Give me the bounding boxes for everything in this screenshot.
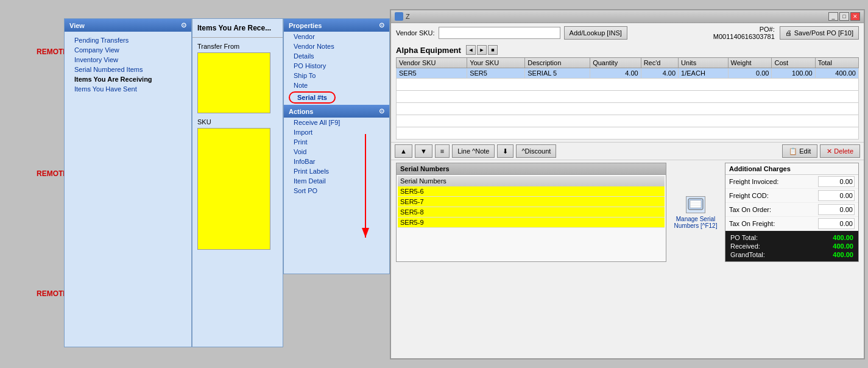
col-description: Description <box>525 58 590 68</box>
prop-po-history[interactable]: PO History <box>284 61 389 71</box>
prop-ship-to[interactable]: Ship To <box>284 71 389 80</box>
col-recvd: Rec'd <box>641 58 678 68</box>
tax-on-order-label: Tax On Order: <box>729 206 771 213</box>
received-value: 400.00 <box>833 242 853 250</box>
titlebar-title: Z <box>406 13 410 20</box>
actions-label: Actions <box>289 108 313 115</box>
prop-vendor-notes[interactable]: Vendor Notes <box>284 41 389 51</box>
nav-prev-button[interactable]: ◄ <box>466 45 476 55</box>
tax-on-freight-input[interactable] <box>818 218 855 229</box>
properties-panel: Properties ⊙ Vendor Vendor Notes Details… <box>283 18 390 274</box>
action-print[interactable]: Print <box>284 137 389 147</box>
col-quantity: Quantity <box>590 58 641 68</box>
actions-collapse-icon[interactable]: ⊙ <box>379 107 384 115</box>
serial-numbers-list: Serial Numbers SER5-6 SER5-7 SER5-8 SER5… <box>397 175 666 229</box>
col-cost: Cost <box>772 58 815 68</box>
discount-button[interactable]: ^Discount <box>516 144 556 158</box>
separator-btn[interactable]: ≡ <box>435 144 450 158</box>
properties-header: Properties ⊙ <box>284 19 389 32</box>
tax-on-order-row: Tax On Order: <box>725 203 858 217</box>
serial-item-2[interactable]: SER5-7 <box>398 197 665 207</box>
action-sort-po[interactable]: Sort PO <box>284 186 389 196</box>
view-collapse-icon[interactable]: ⊙ <box>181 21 186 29</box>
remote-label-2: REMOTE <box>37 169 68 178</box>
move-up-button[interactable]: ▲ <box>395 144 412 158</box>
bottom-section: Serial Numbers Serial Numbers SER5-6 SER… <box>391 160 864 264</box>
sku-box <box>197 128 270 250</box>
action-print-labels[interactable]: Print Labels <box>284 166 389 176</box>
move-down-button[interactable]: ▼ <box>415 144 432 158</box>
manage-serial-label[interactable]: Manage Serial Numbers [^F12] <box>674 216 718 229</box>
serial-item-1[interactable]: SER5-6 <box>398 186 665 197</box>
main-titlebar: Z _ □ ✕ <box>391 10 864 23</box>
items-table: Vendor SKU Your SKU Description Quantity… <box>396 57 859 140</box>
grand-total-value: 400.00 <box>833 251 853 258</box>
prop-note[interactable]: Note <box>284 80 389 90</box>
freight-cod-input[interactable] <box>818 190 855 201</box>
properties-nav: Vendor Vendor Notes Details PO History S… <box>284 32 389 105</box>
prop-details[interactable]: Details <box>284 51 389 61</box>
nav-pending-transfers[interactable]: Pending Transfers <box>65 35 191 45</box>
action-void[interactable]: Void <box>284 147 389 157</box>
nav-inventory-view[interactable]: Inventory View <box>65 55 191 65</box>
remote-label-1: REMOTE <box>37 48 68 56</box>
action-infobar[interactable]: InfoBar <box>284 157 389 166</box>
nav-serial-numbered-items[interactable]: Serial Numbered Items <box>65 65 191 74</box>
edit-icon: 📋 <box>789 147 797 155</box>
action-import[interactable]: Import <box>284 127 389 137</box>
table-row-empty-2 <box>397 91 859 103</box>
tax-on-freight-label: Tax On Freight: <box>729 220 775 227</box>
transfer-from-label: Transfer From <box>197 43 278 50</box>
prop-vendor[interactable]: Vendor <box>284 32 389 41</box>
maximize-button[interactable]: □ <box>839 12 849 21</box>
nav-items-receiving[interactable]: Items You Are Receiving <box>65 74 191 84</box>
actions-nav: Receive All [F9] Import Print Void InfoB… <box>284 118 389 196</box>
minimize-button[interactable]: _ <box>828 12 838 21</box>
delete-button[interactable]: ✕ Delete <box>820 144 860 158</box>
nav-company-view[interactable]: Company View <box>65 45 191 55</box>
serial-item-4[interactable]: SER5-9 <box>398 218 665 228</box>
tax-on-order-input[interactable] <box>818 204 855 215</box>
table-row-empty-1 <box>397 79 859 91</box>
cell-quantity: 4.00 <box>590 68 641 79</box>
manage-serial-area: Manage Serial Numbers [^F12] <box>671 163 720 262</box>
col-your-sku: Your SKU <box>467 58 525 68</box>
freight-invoiced-row: Freight Invoiced: <box>725 175 858 189</box>
serial-number-header: Serial Numbers <box>398 176 665 186</box>
edit-button[interactable]: 📋 Edit <box>782 144 817 158</box>
delete-label: Delete <box>834 147 853 155</box>
prop-serial-its[interactable]: Serial #ts <box>289 91 336 104</box>
table-row-empty-3 <box>397 103 859 115</box>
nav-next-button[interactable]: ► <box>477 45 487 55</box>
freight-cod-row: Freight COD: <box>725 189 858 203</box>
bottom-toolbar: ▲ ▼ ≡ Line ^Note ⬇ ^Discount 📋 Edit ✕ De… <box>391 142 864 160</box>
actions-header: Actions ⊙ <box>284 105 389 118</box>
vendor-sku-input[interactable] <box>439 27 560 39</box>
sku-label: SKU <box>197 118 278 126</box>
save-post-button[interactable]: 🖨 Save/Post PO [F10] <box>780 26 859 40</box>
po-total-label: PO Total: <box>730 234 758 241</box>
action-receive-all[interactable]: Receive All [F9] <box>284 118 389 127</box>
table-area: Alpha Equipment ◄ ► ■ Vendor SKU Your SK… <box>391 43 864 142</box>
nav-items-sent[interactable]: Items You Have Sent <box>65 84 191 94</box>
table-row[interactable]: SER5 SER5 SERIAL 5 4.00 4.00 1/EACH 0.00… <box>397 68 859 79</box>
download-btn[interactable]: ⬇ <box>497 144 513 158</box>
manage-serial-icon[interactable] <box>686 196 705 213</box>
col-weight: Weight <box>728 58 772 68</box>
line-note-button[interactable]: Line ^Note <box>452 144 495 158</box>
properties-label: Properties <box>289 22 322 29</box>
save-post-label: Save/Post PO [F10] <box>794 29 853 37</box>
add-lookup-button[interactable]: Add/Lookup [INS] <box>564 26 627 40</box>
received-label: Received: <box>730 242 760 250</box>
serial-item-3[interactable]: SER5-8 <box>398 207 665 218</box>
remote-label-3: REMOTE <box>37 289 68 298</box>
vendor-sku-bar: Vendor SKU: Add/Lookup [INS] PO#: M00114… <box>391 23 864 43</box>
properties-collapse-icon[interactable]: ⊙ <box>379 21 384 29</box>
freight-invoiced-input[interactable] <box>818 176 855 187</box>
main-panel: Z _ □ ✕ Vendor SKU: Add/Lookup [INS] PO#… <box>390 9 865 359</box>
po-totals-area: PO Total: 400.00 Received: 400.00 GrandT… <box>725 231 858 261</box>
close-button[interactable]: ✕ <box>850 12 860 21</box>
cell-vendor-sku: SER5 <box>397 68 467 79</box>
nav-stop-button[interactable]: ■ <box>488 45 498 55</box>
action-item-detail[interactable]: Item Detail <box>284 176 389 186</box>
